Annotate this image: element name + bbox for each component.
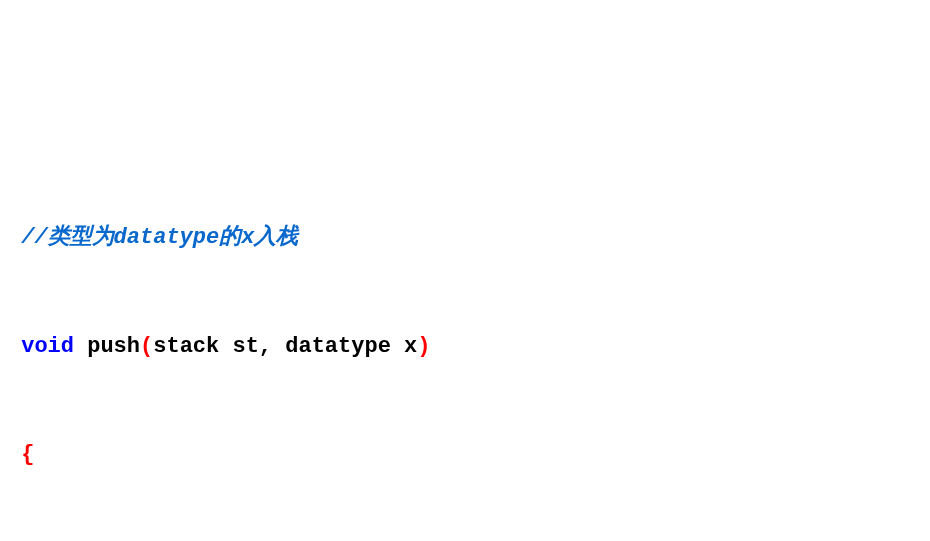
code-line: //类型为datatype的x入栈 xyxy=(8,220,922,256)
param-type: datatype xyxy=(285,334,404,359)
comment-text: //类型为datatype的x入栈 xyxy=(21,225,298,250)
keyword-void: void xyxy=(21,334,74,359)
code-line: void push(stack st, datatype x) xyxy=(8,329,922,365)
paren-open: ( xyxy=(140,334,153,359)
code-block: //类型为datatype的x入栈 void push(stack st, da… xyxy=(0,144,930,541)
param-type: stack xyxy=(153,334,232,359)
code-line: { xyxy=(8,437,922,473)
function-name: push xyxy=(74,334,140,359)
param-name: x xyxy=(404,334,417,359)
param-name: st xyxy=(232,334,258,359)
brace-open: { xyxy=(21,442,34,467)
comma: , xyxy=(259,334,285,359)
paren-close: ) xyxy=(417,334,430,359)
